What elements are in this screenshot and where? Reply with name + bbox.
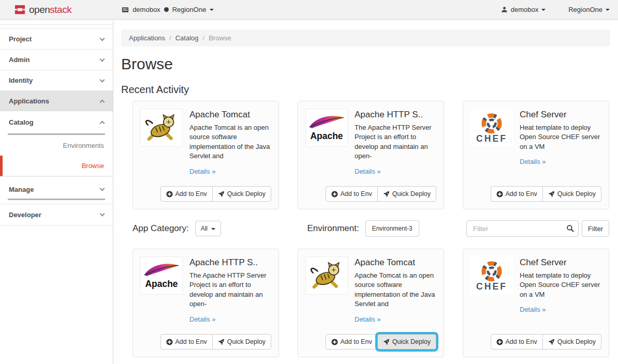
card-actions: Add to Env Quick Deploy <box>326 334 437 350</box>
filter-button[interactable]: Filter <box>582 220 609 237</box>
quick-deploy-button[interactable]: Quick Deploy <box>542 186 601 202</box>
recent-activity-heading: Recent Activity <box>121 83 610 96</box>
quick-deploy-label: Quick Deploy <box>227 190 266 198</box>
breadcrumb-catalog[interactable]: Catalog <box>175 34 199 42</box>
app-card-chef-server: CHEF Chef Server Heat template to deploy… <box>463 249 609 357</box>
sidebar-item-label: Applications <box>9 97 49 105</box>
chevron-up-icon <box>100 99 105 104</box>
sidebar-gap <box>0 200 113 204</box>
add-to-env-button[interactable]: Add to Env <box>491 334 543 350</box>
recent-activity-cards: Apache Tomcat Apache Tomcat is an open s… <box>133 101 609 209</box>
sidebar-spacer <box>0 20 113 25</box>
rocket-icon <box>218 191 225 198</box>
sidebar-item-developer[interactable]: Developer <box>0 204 113 225</box>
card-actions: Add to Env Quick Deploy <box>160 334 272 350</box>
sidebar: Project Admin Identity Applications Cata… <box>0 20 113 364</box>
details-link[interactable]: Details » <box>189 168 216 175</box>
sidebar-item-manage[interactable]: Manage <box>0 180 113 199</box>
quick-deploy-button-highlighted[interactable]: Quick Deploy <box>377 334 436 350</box>
app-title: Apache Tomcat <box>355 257 436 268</box>
sidebar-gap <box>0 25 113 28</box>
app-title: Chef Server <box>520 110 601 120</box>
apache-tomcat-logo <box>140 109 183 147</box>
sidebar-item-admin[interactable]: Admin <box>0 49 113 70</box>
details-link[interactable]: Details » <box>520 158 546 165</box>
search-icon <box>566 224 574 232</box>
app-description: Heat template to deploy Open Source CHEF… <box>520 123 601 151</box>
chevron-up-icon <box>100 121 105 126</box>
chevron-down-icon <box>100 77 105 82</box>
app-card-chef-server: CHEF Chef Server Heat template to deploy… <box>463 101 609 209</box>
app-title: Chef Server <box>520 257 601 268</box>
details-link[interactable]: Details » <box>189 315 216 323</box>
page-title: Browse <box>121 55 610 73</box>
plus-circle-icon <box>331 339 338 345</box>
sidebar-item-browse[interactable]: Browse <box>0 156 113 176</box>
chevron-down-icon <box>100 56 105 62</box>
add-to-env-button[interactable]: Add to Env <box>326 334 378 350</box>
plus-circle-icon <box>166 191 173 198</box>
rocket-icon <box>548 191 555 198</box>
app-category-dropdown[interactable]: All <box>195 221 221 236</box>
sidebar-item-label: Project <box>9 35 32 43</box>
details-link[interactable]: Details » <box>355 168 381 175</box>
app-card-apache-http: Apache Apache HTTP S.. The Apache HTTP S… <box>298 101 444 209</box>
add-to-env-label: Add to Env <box>506 338 537 345</box>
plus-circle-icon <box>331 191 338 198</box>
user-menu[interactable]: demobox <box>501 6 546 13</box>
details-link[interactable]: Details » <box>520 306 546 313</box>
sidebar-item-project[interactable]: Project <box>0 28 113 49</box>
environment-filter: Environment: Environment-3 <box>307 220 454 237</box>
quick-deploy-button[interactable]: Quick Deploy <box>212 186 271 202</box>
add-to-env-button[interactable]: Add to Env <box>326 186 378 202</box>
openstack-cube-icon <box>14 4 26 16</box>
top-navbar: openstack demobox RegionOne demobox <box>0 0 618 20</box>
context-region-name: RegionOne <box>172 6 207 13</box>
details-link[interactable]: Details » <box>355 315 381 323</box>
app-category-value: All <box>201 225 208 232</box>
chevron-down-icon <box>100 211 105 217</box>
quick-deploy-label: Quick Deploy <box>392 338 431 345</box>
environment-button[interactable]: Environment-3 <box>365 220 419 237</box>
sidebar-item-environments[interactable]: Environments <box>0 135 113 156</box>
sidebar-item-label: Developer <box>9 211 41 219</box>
openstack-wordmark: openstack <box>29 4 71 16</box>
project-list-icon <box>122 6 129 13</box>
context-project-name: demobox <box>133 6 160 13</box>
quick-deploy-button[interactable]: Quick Deploy <box>212 334 271 350</box>
app-description: The Apache HTTP Server Project is an eff… <box>189 271 271 309</box>
quick-deploy-button[interactable]: Quick Deploy <box>542 334 601 350</box>
region-menu[interactable]: RegionOne <box>568 6 610 13</box>
breadcrumb-separator: / <box>199 34 209 42</box>
chef-logo: CHEF <box>470 256 513 295</box>
add-to-env-label: Add to Env <box>175 338 207 345</box>
add-to-env-button[interactable]: Add to Env <box>491 186 543 202</box>
breadcrumb-browse: Browse <box>209 34 231 42</box>
add-to-env-button[interactable]: Add to Env <box>160 186 213 202</box>
rocket-icon <box>548 339 555 345</box>
card-actions: Add to Env Quick Deploy <box>491 186 602 202</box>
sidebar-item-applications[interactable]: Applications <box>0 90 113 111</box>
app-title: Apache Tomcat <box>189 110 271 120</box>
project-region-switcher[interactable]: demobox RegionOne <box>122 6 214 13</box>
sidebar-item-catalog[interactable]: Catalog <box>0 111 113 133</box>
card-actions: Add to Env Quick Deploy <box>326 186 437 202</box>
filter-input[interactable] <box>466 220 579 237</box>
user-icon <box>501 6 508 13</box>
add-to-env-label: Add to Env <box>341 338 372 345</box>
breadcrumb-applications[interactable]: Applications <box>129 34 165 42</box>
card-actions: Add to Env Quick Deploy <box>160 186 272 202</box>
openstack-logo: openstack <box>0 4 71 16</box>
plus-circle-icon <box>166 339 173 345</box>
add-to-env-button[interactable]: Add to Env <box>160 334 213 350</box>
sidebar-item-identity[interactable]: Identity <box>0 70 113 90</box>
caret-down-icon <box>210 9 214 11</box>
catalog-cards: Apache Apache HTTP S.. The Apache HTTP S… <box>133 249 609 357</box>
quick-deploy-button[interactable]: Quick Deploy <box>377 186 436 202</box>
user-name: demobox <box>511 6 538 13</box>
search-filter: Filter <box>463 220 609 237</box>
dot-separator-icon <box>164 7 169 12</box>
app-description: Heat template to deploy Open Source CHEF… <box>520 271 601 299</box>
navbar-right: demobox RegionOne <box>501 6 618 13</box>
apache-http-logo: Apache <box>305 109 348 147</box>
